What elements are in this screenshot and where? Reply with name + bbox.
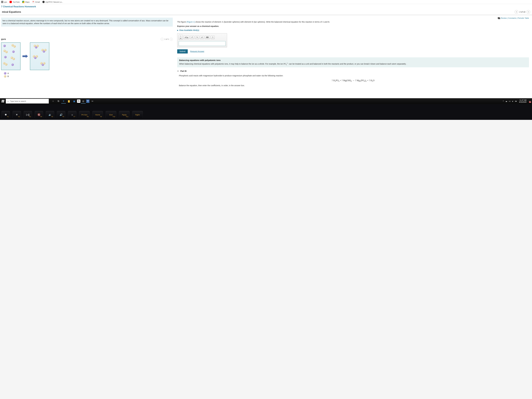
keyboard-button[interactable]: ⌨ <box>205 36 210 39</box>
cortana-icon[interactable]: ○ <box>51 99 55 103</box>
figure-counter: 1 of 1 <box>165 38 169 40</box>
clock-time: 11:47 AM <box>519 99 526 101</box>
question-nav: < 2 of 10 > <box>515 10 530 14</box>
section-bar: mical Equations < 2 of 10 > <box>0 9 532 15</box>
clock-date: 4/15/2020 <box>519 101 526 103</box>
next-question-button[interactable]: > <box>526 10 530 14</box>
answer-toolbar: □⇌ ΑΣφ ↶ ↷ ↺ ⌨ ? <box>179 35 226 40</box>
wifi-icon[interactable]: ⸙ <box>512 100 513 102</box>
youtube-icon <box>10 1 12 3</box>
snip-icon[interactable]: ✂ <box>90 99 95 103</box>
key-home: HomeF9 <box>92 111 103 119</box>
part-b-label: Part B <box>180 70 186 72</box>
info-body: When balancing chemical equations with p… <box>179 62 527 66</box>
question-counter: 2 of 10 <box>519 11 525 13</box>
submit-row: Submit Request Answer <box>177 49 529 53</box>
part-b-equation: ? H3PO4 + ? Mg(OH)2 → ? Mg3(PO4)2 + ? H2… <box>179 79 527 82</box>
search-placeholder: Type here to search <box>10 100 26 102</box>
atom-b-icon <box>44 49 47 51</box>
key-f7: ☼F7 <box>68 111 76 119</box>
products-box <box>30 42 49 70</box>
maps-icon <box>22 1 24 3</box>
atom-a-icon <box>11 63 14 66</box>
key-f6: 🔊F6 <box>57 111 65 119</box>
bookmark-label: Gmail <box>35 1 40 3</box>
figure-prev-button[interactable]: < <box>161 38 164 41</box>
legend-row-a: A <box>4 72 170 75</box>
battery-icon[interactable]: ▭ <box>509 100 511 102</box>
template-button[interactable]: □⇌ <box>179 35 183 40</box>
reset-button[interactable]: ↺ <box>200 36 204 39</box>
gmail-icon <box>32 1 34 3</box>
submit-button[interactable]: Submit <box>177 49 188 53</box>
bookmark-maps[interactable]: Maps <box>22 1 30 3</box>
search-icon: ⌕ <box>7 100 9 102</box>
request-answer-link[interactable]: Request Answer <box>190 50 204 52</box>
info-title: Balancing equations with polyatomic ions <box>179 59 527 61</box>
part-b-header[interactable]: Part B <box>177 70 529 72</box>
key-f4: 🔇F4 <box>35 111 43 119</box>
task-view-icon[interactable]: ⧉ <box>56 99 61 103</box>
figure-next-button[interactable]: > <box>170 38 173 41</box>
atom-a-icon <box>12 51 15 53</box>
clock[interactable]: 11:47 AM 4/15/2020 <box>518 99 527 103</box>
info-box: Balancing equations with polyatomic ions… <box>177 57 529 67</box>
bookmark-apps[interactable]: pps <box>1 1 7 3</box>
info-post: can be treated as a unit and balanced in… <box>288 63 407 65</box>
store-icon[interactable]: ▣ <box>72 99 76 103</box>
legend-label: B <box>7 75 9 77</box>
review-icon <box>498 17 500 19</box>
word-icon[interactable]: W <box>86 100 89 103</box>
greek-button[interactable]: ΑΣφ <box>184 36 189 39</box>
atom-b-icon <box>13 45 16 48</box>
onedrive-icon[interactable]: ☁ <box>505 100 507 102</box>
apps-icon <box>1 1 3 3</box>
left-pane: hen a chemical reaction occurs, atoms re… <box>0 15 176 98</box>
bookmark-gmail[interactable]: Gmail <box>32 1 40 3</box>
legend-dot-b-icon <box>4 75 6 78</box>
chevron-up-icon[interactable]: ^ <box>503 100 504 102</box>
cfcc-icon <box>42 1 44 3</box>
key-pgdn: PgDn <box>132 111 143 119</box>
file-explorer-icon[interactable]: ▇ <box>66 99 71 103</box>
bookmark-cfcc[interactable]: myCFCC Secure Lo... <box>42 1 63 3</box>
undo-button[interactable]: ↶ <box>190 36 194 39</box>
redo-button[interactable]: ↷ <box>195 36 199 39</box>
taskbar-search[interactable]: ⌕ Type here to search <box>6 99 49 103</box>
figure-title: gure <box>1 38 6 40</box>
part-b-body: Phosphoric acid reacts with magnesium hy… <box>179 74 527 87</box>
top-links: Review | Constants | Periodic Table <box>177 17 529 19</box>
key-f3: ▷||F3 <box>24 111 32 119</box>
legend-dot-a-icon <box>4 72 6 75</box>
reactants-box <box>1 42 20 70</box>
info-pre: When balancing chemical equations with p… <box>179 63 284 65</box>
action-center-icon[interactable]: ▭ <box>529 100 531 102</box>
windows-icon <box>1 100 4 102</box>
legend-row-b: B <box>4 75 170 78</box>
answer-input[interactable] <box>179 41 226 46</box>
review-link[interactable]: Review <box>501 17 507 19</box>
volume-icon[interactable]: 🕪 <box>515 100 517 102</box>
prompt-pre: The figure <box>177 21 186 23</box>
periodic-table-link[interactable]: Periodic Table <box>518 17 529 19</box>
atom-b-icon <box>13 58 15 60</box>
part-a-prompt: The figure (Figure 1) shows the reaction… <box>177 20 529 23</box>
constants-link[interactable]: Constants <box>508 17 516 19</box>
atom-b-icon <box>5 51 8 53</box>
help-button[interactable]: ? <box>211 36 215 39</box>
express-instruction: Express your answer as a chemical equati… <box>177 25 529 28</box>
bookmark-label: pps <box>4 1 7 3</box>
edge-icon[interactable]: e <box>61 99 66 103</box>
part-b-prompt: Phosphoric acid reacts with magnesium hy… <box>179 74 527 77</box>
figure-link[interactable]: (Figure 1) <box>186 21 195 23</box>
bookmark-label: Maps <box>25 1 30 3</box>
bookmark-youtube[interactable]: YouTube <box>10 1 20 3</box>
prev-question-button[interactable]: < <box>515 10 518 14</box>
answer-frame: □⇌ ΑΣφ ↶ ↷ ↺ ⌨ ? <box>177 33 227 47</box>
bookmark-label: YouTube <box>13 1 20 3</box>
notion-icon[interactable]: N <box>77 100 80 103</box>
view-hints-button[interactable]: View Available Hint(s) <box>177 29 529 31</box>
atom-b-icon <box>5 63 7 66</box>
start-button[interactable] <box>0 100 6 102</box>
chrome-icon[interactable]: ◎ <box>81 99 86 103</box>
